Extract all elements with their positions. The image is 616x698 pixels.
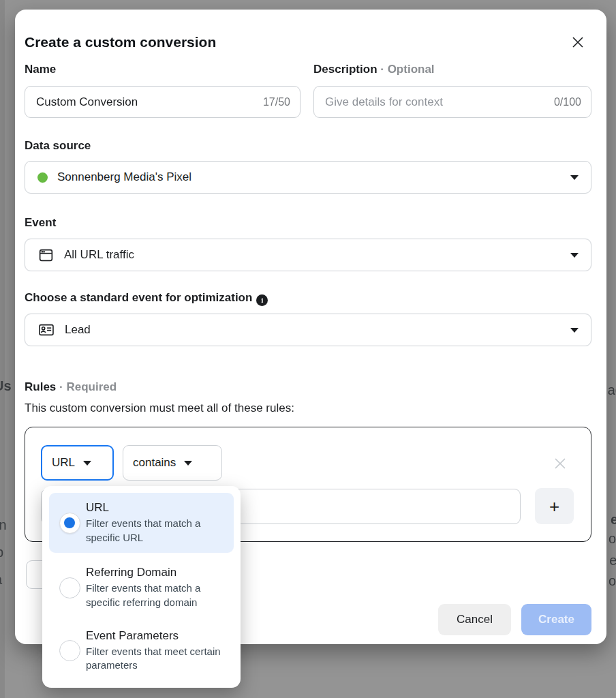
- description-input[interactable]: [313, 86, 591, 118]
- option-description: Filter events that match a specific URL: [86, 517, 227, 545]
- background-text-fragment: ad: [608, 383, 616, 397]
- required-hint: · Required: [59, 380, 117, 393]
- rule-type-dropdown: URL Filter events that match a specific …: [42, 486, 241, 688]
- data-source-select[interactable]: Sonnenberg Media's Pixel: [25, 161, 591, 194]
- optional-hint: · Optional: [380, 63, 434, 76]
- chevron-down-icon: [184, 461, 192, 466]
- remove-rule-button[interactable]: [551, 455, 569, 472]
- cancel-button[interactable]: Cancel: [438, 604, 511, 635]
- remove-rule-x-icon: [552, 455, 568, 472]
- id-card-icon: [37, 321, 55, 339]
- chevron-down-icon: [83, 461, 91, 466]
- close-icon: [570, 35, 585, 50]
- browser-window-icon: [37, 247, 55, 264]
- event-value: All URL traffic: [64, 248, 134, 262]
- rule-field-select[interactable]: URL: [41, 445, 114, 481]
- background-text-fragment: b: [0, 545, 3, 559]
- option-title: URL: [86, 501, 227, 515]
- dialog-title: Create a custom conversion: [25, 34, 216, 50]
- dropdown-option-referring-domain[interactable]: Referring Domain Filter events that matc…: [49, 558, 234, 618]
- background-text-fragment: oc: [609, 532, 616, 545]
- radio-unselected-icon[interactable]: [59, 640, 80, 661]
- radio-selected-icon[interactable]: [59, 513, 80, 534]
- rules-description: This custom conversion must meet all of …: [25, 401, 294, 415]
- standard-event-label: Choose a standard event for optimization…: [25, 291, 268, 306]
- dropdown-option-url[interactable]: URL Filter events that match a specific …: [49, 493, 234, 553]
- chevron-down-icon: [570, 253, 579, 258]
- name-char-counter: 17/50: [263, 96, 290, 108]
- close-button[interactable]: [568, 33, 587, 52]
- event-label: Event: [25, 216, 56, 230]
- rule-operator-select[interactable]: contains: [123, 445, 222, 481]
- option-title: Event Parameters: [86, 629, 227, 643]
- name-label: Name: [25, 63, 301, 76]
- background-page-edge: [0, 0, 5, 698]
- create-button[interactable]: Create: [521, 604, 591, 635]
- background-text-fragment: e: [611, 513, 616, 526]
- standard-event-select[interactable]: Lead: [25, 314, 591, 346]
- option-title: Referring Domain: [86, 566, 227, 579]
- data-source-value: Sonnenberg Media's Pixel: [57, 170, 191, 184]
- event-select[interactable]: All URL traffic: [25, 239, 591, 271]
- background-text-fragment: er: [609, 553, 616, 567]
- background-text-fragment: oc: [609, 574, 616, 588]
- chevron-down-icon: [570, 175, 579, 180]
- standard-event-value: Lead: [65, 323, 91, 337]
- dropdown-option-event-parameters[interactable]: Event Parameters Filter events that meet…: [49, 621, 234, 681]
- info-icon[interactable]: i: [256, 294, 268, 306]
- description-label: Description · Optional: [313, 63, 591, 76]
- description-char-counter: 0/100: [554, 96, 581, 108]
- option-description: Filter events that match a specific refe…: [86, 581, 227, 609]
- background-text-fragment: in: [0, 518, 7, 532]
- add-rule-value-button[interactable]: +: [535, 488, 574, 524]
- data-source-label: Data source: [25, 139, 91, 153]
- modal-overlay: Us in b a ad e oc er oc Create a custom …: [0, 0, 616, 698]
- name-input[interactable]: [25, 86, 301, 118]
- pixel-status-dot: [37, 172, 48, 183]
- background-text-fragment: Us: [0, 379, 12, 393]
- radio-unselected-icon[interactable]: [59, 577, 80, 598]
- option-description: Filter events that meet certain paramete…: [86, 645, 227, 673]
- chevron-down-icon: [570, 328, 579, 333]
- background-text-fragment: a: [0, 573, 2, 586]
- rules-heading: Rules · Required: [25, 380, 117, 394]
